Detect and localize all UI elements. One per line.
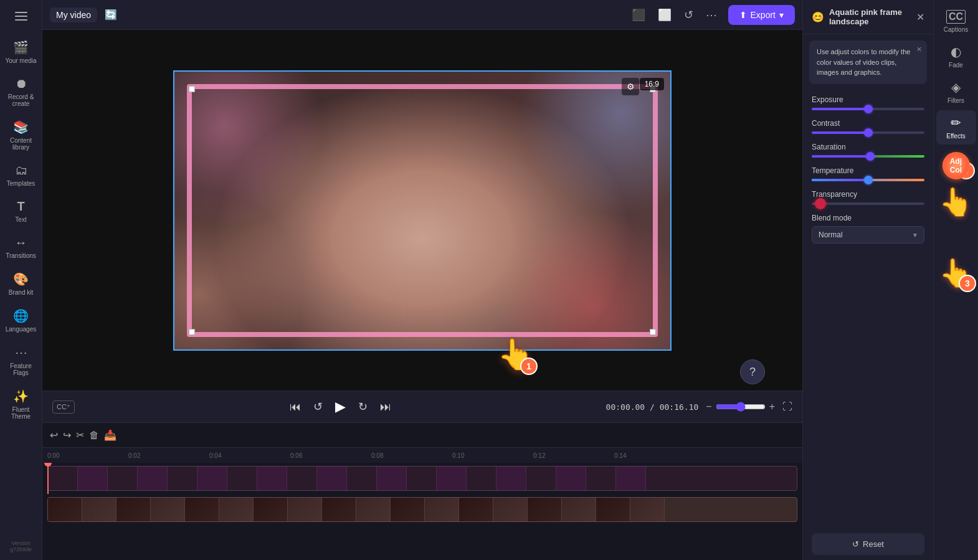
film-cell xyxy=(347,467,377,490)
film-cell xyxy=(287,467,317,490)
playback-bar: CC⁺ ⏮ ↺ ▶ ↻ ⏭ 00:00.00 / 00:16.10 − + ⛶ xyxy=(42,391,802,423)
version-badge: Versiong72b9de xyxy=(7,538,34,555)
export-dropdown-icon: ▾ xyxy=(779,10,784,20)
contrast-thumb[interactable] xyxy=(864,128,873,137)
step3-badge: 3 xyxy=(959,275,976,292)
more-tool-btn[interactable]: ⋯ xyxy=(702,6,721,24)
contrast-label: Contrast xyxy=(812,119,924,128)
frame-decoration xyxy=(174,72,670,349)
templates-icon: 🗂 xyxy=(15,163,27,178)
step1-badge: 1 xyxy=(520,358,538,375)
temperature-thumb[interactable] xyxy=(864,176,873,184)
panel-emoji-icon: 😊 xyxy=(812,11,824,23)
video-background xyxy=(174,72,670,349)
cc-button[interactable]: CC⁺ xyxy=(52,401,75,414)
reset-button[interactable]: ↺ Reset xyxy=(812,533,924,555)
fullscreen-btn[interactable]: ⛶ xyxy=(782,401,792,412)
zoom-out-btn[interactable]: − xyxy=(706,401,711,412)
preview-container: ⚙ 16:9 ? 👆 1 xyxy=(42,30,802,391)
rewind-btn[interactable]: ↺ xyxy=(311,397,325,416)
fade-icon: ◐ xyxy=(951,44,961,59)
timeline-undo-btn[interactable]: ↩ xyxy=(50,429,58,441)
exposure-row: Exposure xyxy=(812,95,924,110)
temperature-track[interactable] xyxy=(812,179,924,181)
preview-settings-btn[interactable]: ⚙ xyxy=(622,78,639,95)
forward-btn[interactable]: ↻ xyxy=(356,397,370,416)
blend-mode-label: Blend mode xyxy=(812,214,924,222)
zoom-in-btn[interactable]: + xyxy=(769,401,775,412)
fit-tool-btn[interactable]: ⬜ xyxy=(654,6,675,24)
clip-lower[interactable] xyxy=(47,497,797,522)
film-cell xyxy=(407,467,437,490)
timeline-delete-btn[interactable]: 🗑 xyxy=(89,430,99,441)
ruler-4: 0:04 xyxy=(209,452,290,459)
saturation-thumb[interactable] xyxy=(866,152,875,161)
timeline-cut-btn[interactable]: ✂ xyxy=(76,429,84,441)
top-bar-tools: ⬛ ⬜ ↺ ⋯ xyxy=(628,6,721,24)
film-cell-lower xyxy=(288,498,322,521)
transparency-track[interactable] xyxy=(812,202,924,205)
blend-mode-row: Blend mode Normal Multiply Screen Overla… xyxy=(812,214,924,244)
tooltip-close-btn[interactable]: ✕ xyxy=(916,44,922,55)
library-icon: 📚 xyxy=(13,120,29,135)
video-preview[interactable]: ⚙ 16:9 xyxy=(173,70,672,351)
film-cell-lower xyxy=(425,498,459,521)
sidebar-item-record[interactable]: ⏺ Record &create xyxy=(2,72,40,112)
timeline-save-btn[interactable]: 📥 xyxy=(104,429,116,441)
sidebar-item-fluent-theme[interactable]: ✨ FluentTheme xyxy=(2,384,40,425)
sidebar-item-brand-kit[interactable]: 🎨 Brand kit xyxy=(2,267,40,301)
sidebar-item-feature-flags[interactable]: ⋯ FeatureFlags xyxy=(2,340,40,381)
film-cell xyxy=(78,467,108,490)
ruler-0: 0:00 xyxy=(47,452,128,459)
blend-mode-wrapper: Normal Multiply Screen Overlay xyxy=(812,226,924,244)
saturation-track[interactable] xyxy=(812,155,924,158)
clip-upper[interactable] xyxy=(47,466,797,491)
play-button[interactable]: ▶ xyxy=(333,396,348,417)
transparency-thumb[interactable] xyxy=(815,198,826,209)
sidebar-item-templates[interactable]: 🗂 Templates xyxy=(2,158,40,192)
saturation-fill xyxy=(812,155,870,158)
sidebar-item-transitions[interactable]: ↔ Transitions xyxy=(2,230,40,264)
film-cell xyxy=(317,467,347,490)
playhead[interactable] xyxy=(47,463,49,494)
filters-icon: ◈ xyxy=(951,80,961,95)
sidebar-item-effects[interactable]: ✏ Effects xyxy=(936,110,976,145)
sidebar-item-filters[interactable]: ◈ Filters xyxy=(936,75,976,109)
save-icon[interactable]: 🔄 xyxy=(105,9,117,21)
exposure-label: Exposure xyxy=(812,95,924,104)
main-area: My video 🔄 ⬛ ⬜ ↺ ⋯ ⬆ Export ▾ xyxy=(42,0,802,560)
film-cell-lower xyxy=(185,498,219,521)
exposure-thumb[interactable] xyxy=(864,105,873,113)
sidebar-item-text[interactable]: T Text xyxy=(2,194,40,228)
blend-mode-select[interactable]: Normal Multiply Screen Overlay xyxy=(812,226,924,244)
hamburger-menu[interactable] xyxy=(2,5,40,27)
panel-close-btn[interactable]: ✕ xyxy=(916,11,924,23)
timeline-redo-btn[interactable]: ↪ xyxy=(63,429,71,441)
film-cell-lower xyxy=(459,498,493,521)
ruler-14: 0:14 xyxy=(614,452,695,459)
cursor-hand-2: 👆 xyxy=(939,186,973,217)
export-button[interactable]: ⬆ Export ▾ xyxy=(728,5,795,25)
help-bubble[interactable]: ? xyxy=(740,359,765,384)
skip-back-btn[interactable]: ⏮ xyxy=(287,398,303,416)
contrast-track[interactable] xyxy=(812,131,924,134)
top-bar: My video 🔄 ⬛ ⬜ ↺ ⋯ ⬆ Export ▾ xyxy=(42,0,802,30)
sidebar-item-fade[interactable]: ◐ Fade xyxy=(936,39,976,74)
sidebar-item-captions[interactable]: CC Captions xyxy=(936,5,976,38)
zoom-slider[interactable] xyxy=(716,402,766,412)
film-cell-lower xyxy=(562,498,596,521)
skip-fwd-btn[interactable]: ⏭ xyxy=(377,398,394,416)
project-title[interactable]: My video xyxy=(50,7,97,22)
zoom-controls: − + xyxy=(706,401,775,412)
adjust-colors-panel: 😊 Aquatic pink frame landscape ✕ Use adj… xyxy=(802,0,933,560)
adjust-colors-btn[interactable]: AdjCol xyxy=(942,152,970,179)
exposure-track[interactable] xyxy=(812,108,924,110)
sidebar-item-your-media[interactable]: 🎬 Your media xyxy=(2,35,40,69)
sidebar-item-content-library[interactable]: 📚 Contentlibrary xyxy=(2,115,40,156)
sidebar-item-languages[interactable]: 🌐 Languages xyxy=(2,303,40,338)
effects-icon: ✏ xyxy=(951,115,961,130)
timeline-toolbar: ↩ ↪ ✂ 🗑 📥 xyxy=(42,423,802,448)
film-cell xyxy=(168,467,197,490)
undo-tool-btn[interactable]: ↺ xyxy=(680,6,697,24)
crop-tool-btn[interactable]: ⬛ xyxy=(628,6,649,24)
